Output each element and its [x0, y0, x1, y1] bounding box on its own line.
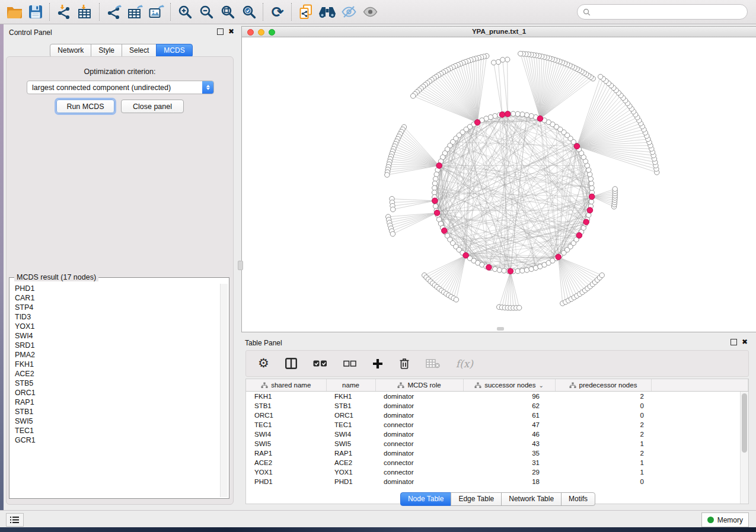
import-network-button[interactable]	[53, 2, 75, 22]
mcds-result-item[interactable]: YOX1	[11, 322, 221, 331]
float-table-panel-icon[interactable]	[731, 339, 737, 345]
import-table-button[interactable]	[75, 2, 96, 22]
delete-row-button[interactable]	[399, 358, 410, 370]
mcds-result-item[interactable]: FKH1	[11, 360, 221, 369]
deselect-all-button[interactable]	[343, 360, 356, 367]
export-table-button[interactable]	[125, 2, 146, 22]
table-scrollbar[interactable]	[740, 392, 748, 504]
export-image-button[interactable]	[146, 2, 167, 22]
column-header-predecessor-nodes[interactable]: predecessor nodes	[555, 379, 651, 392]
mcds-result-item[interactable]: SWI5	[11, 416, 221, 426]
close-panel-button[interactable]: Close panel	[121, 100, 184, 113]
zoom-out-button[interactable]	[196, 2, 217, 22]
select-all-button[interactable]	[313, 360, 327, 368]
column-header-name[interactable]: name	[326, 379, 375, 392]
table-row[interactable]: YOX1YOX1connector291	[246, 467, 748, 477]
add-row-button[interactable]	[372, 358, 383, 369]
mcds-result-item[interactable]: TID3	[11, 312, 221, 322]
mcds-result-item[interactable]: RAP1	[11, 398, 221, 407]
mcds-result-group: MCDS result (17 nodes) PHD1CAR1STP4TID3Y…	[9, 277, 229, 499]
column-label: MCDS role	[407, 382, 441, 389]
table-cell: 1	[555, 467, 651, 477]
tab-edge-table[interactable]: Edge Table	[451, 492, 502, 506]
close-table-panel-icon[interactable]: ✖	[742, 338, 748, 345]
canvas-hscroll-thumb[interactable]	[497, 327, 504, 331]
table-row[interactable]: PHD1PHD1dominator180	[246, 477, 748, 486]
network-window-titlebar[interactable]: YPA_prune.txt_1	[242, 27, 756, 37]
mcds-result-item[interactable]: STB5	[11, 379, 221, 388]
table-cell: SWI4	[246, 430, 326, 439]
open-file-button[interactable]	[4, 2, 25, 22]
network-canvas[interactable]	[242, 37, 756, 332]
column-header-successor-nodes[interactable]: successor nodes⌄	[463, 379, 555, 392]
settings-button[interactable]: ⚙	[258, 357, 269, 370]
mcds-result-item[interactable]: SWI4	[11, 331, 221, 341]
find-button[interactable]	[317, 2, 338, 22]
tab-select[interactable]: Select	[122, 44, 157, 57]
column-header-shared-name[interactable]: shared name	[246, 379, 326, 392]
table-row[interactable]: TEC1TEC1connector472	[246, 420, 748, 430]
save-session-button[interactable]	[25, 2, 46, 22]
table-cell: RAP1	[326, 448, 375, 458]
hide-unselected-button[interactable]	[338, 2, 359, 22]
table-tabs: Node TableEdge TableNetwork TableMotifs	[240, 492, 756, 506]
table-cell: 62	[463, 401, 555, 411]
mcds-result-item[interactable]: STP4	[11, 303, 221, 312]
table-row[interactable]: SWI5SWI5connector431	[246, 439, 748, 448]
table-cell: connector	[375, 467, 463, 477]
run-mcds-button[interactable]: Run MCDS	[56, 100, 114, 113]
memory-button[interactable]: Memory	[701, 512, 749, 527]
columns-button[interactable]	[285, 358, 297, 369]
table-scrollbar-thumb[interactable]	[742, 393, 747, 453]
tab-network-table[interactable]: Network Table	[501, 492, 562, 506]
control-panel: Control Panel ✖ NetworkStyleSelectMCDS O…	[4, 24, 239, 510]
mcds-result-item[interactable]: PHD1	[11, 284, 221, 293]
window-minimize-button[interactable]	[258, 29, 264, 36]
zoom-in-button[interactable]	[174, 2, 196, 22]
tab-style[interactable]: Style	[91, 44, 122, 57]
table-cell: SWI5	[246, 439, 326, 448]
criterion-select[interactable]: largest connected component (undirected)	[27, 81, 214, 94]
tab-motifs[interactable]: Motifs	[561, 492, 595, 506]
table-row[interactable]: FKH1FKH1dominator962	[246, 392, 748, 402]
mcds-result-item[interactable]: TEC1	[11, 426, 221, 435]
application-window: ⟳ Control Panel ✖ NetworkStyleSelectMCDS…	[0, 0, 756, 532]
window-close-button[interactable]	[247, 29, 254, 36]
table-cell: 46	[463, 430, 555, 439]
export-network-button[interactable]	[103, 2, 125, 22]
search-input[interactable]	[594, 7, 742, 17]
table-row[interactable]: ORC1ORC1dominator610	[246, 411, 748, 420]
table-cell: dominator	[375, 477, 463, 486]
panel-splitter-handle[interactable]	[238, 261, 243, 270]
desktop-background-bottom	[0, 527, 756, 532]
close-panel-icon[interactable]: ✖	[228, 28, 234, 35]
table-row[interactable]: ACE2ACE2connector311	[246, 458, 748, 467]
network-graph[interactable]	[242, 37, 756, 332]
window-zoom-button[interactable]	[269, 29, 275, 36]
table-row[interactable]: RAP1RAP1dominator352	[246, 448, 748, 458]
tab-network[interactable]: Network	[50, 44, 91, 57]
float-panel-icon[interactable]	[217, 28, 224, 35]
table-row[interactable]: STB1STB1dominator620	[246, 401, 748, 411]
task-history-button[interactable]	[6, 513, 24, 527]
mcds-result-item[interactable]: SRD1	[11, 341, 221, 350]
mcds-result-item[interactable]: CAR1	[11, 293, 221, 303]
mcds-result-item[interactable]: GCR1	[11, 435, 221, 445]
zoom-selected-button[interactable]	[238, 2, 260, 22]
table-cell: ACE2	[326, 458, 375, 467]
mcds-result-list[interactable]: PHD1CAR1STP4TID3YOX1SWI4SRD1PMA2FKH1ACE2…	[11, 284, 221, 497]
tab-node-table[interactable]: Node Table	[400, 492, 452, 506]
mcds-result-item[interactable]: ORC1	[11, 388, 221, 398]
show-all-button[interactable]	[359, 2, 381, 22]
mcds-list-scrollbar[interactable]	[220, 284, 228, 497]
column-header-mcds-role[interactable]: MCDS role	[375, 379, 463, 392]
clone-network-button[interactable]	[295, 2, 317, 22]
mcds-result-item[interactable]: ACE2	[11, 369, 221, 379]
mcds-result-item[interactable]: PMA2	[11, 350, 221, 360]
refresh-button[interactable]: ⟳	[267, 2, 288, 22]
tab-mcds[interactable]: MCDS	[156, 44, 192, 57]
mcds-result-item[interactable]: STB1	[11, 407, 221, 416]
control-panel-title: Control Panel	[9, 28, 52, 37]
zoom-fit-button[interactable]	[217, 2, 238, 22]
table-row[interactable]: SWI4SWI4dominator462	[246, 430, 748, 439]
